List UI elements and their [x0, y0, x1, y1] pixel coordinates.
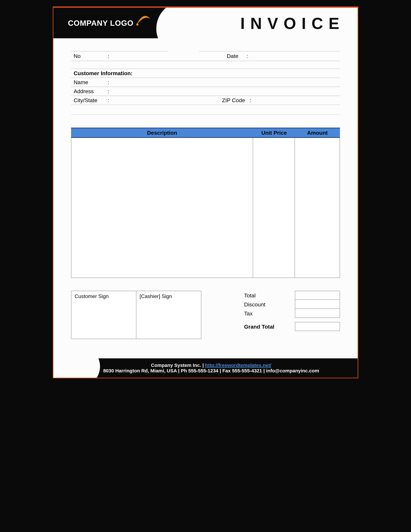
footer-line2: 8030 Harrington Rd, Miami, USA | Ph 555-…	[103, 368, 319, 373]
colon: :	[108, 53, 109, 59]
colon: :	[247, 53, 248, 59]
cashier-sign-label: [Cashier] Sign	[136, 291, 201, 339]
discount-row: Discount	[243, 300, 340, 309]
discount-value	[295, 300, 340, 309]
header: COMPANY LOGO INVOICE	[53, 8, 358, 41]
description-column	[71, 138, 253, 278]
swoosh-icon	[135, 13, 151, 28]
tax-label: Tax	[243, 309, 295, 318]
total-row: Total	[243, 291, 340, 300]
invoice-date-field: Date :	[224, 51, 340, 61]
svg-point-0	[136, 23, 138, 26]
meta-row: No : Date :	[71, 51, 340, 61]
footer-black-region: Company System Inc. | http://freewordtem…	[65, 358, 358, 378]
name-label: Name	[74, 79, 106, 86]
totals-section: Total Discount Tax Grand Total	[243, 291, 340, 339]
invoice-title: INVOICE	[240, 14, 345, 33]
footer-url: http://freewordtemplates.net/	[205, 362, 271, 368]
customer-address-row: Address :	[71, 87, 340, 96]
invoice-body: No : Date : Customer Information: Name :…	[53, 41, 358, 358]
address-label: Address	[74, 88, 106, 95]
items-header-row: Description Unit Price Amount	[71, 128, 340, 138]
company-logo: COMPANY LOGO	[68, 18, 151, 28]
items-table: Description Unit Price Amount	[71, 128, 340, 278]
signature-box: Customer Sign [Cashier] Sign	[71, 291, 201, 339]
footer: Company System Inc. | http://freewordtem…	[53, 358, 358, 378]
discount-label: Discount	[243, 300, 295, 309]
grand-total-value	[295, 322, 340, 331]
colon: :	[108, 97, 109, 104]
city-label: City/State	[74, 97, 106, 104]
invoice-no-field: No :	[71, 51, 114, 61]
zip-label: ZIP Code	[222, 97, 248, 104]
items-body	[71, 138, 340, 278]
customer-name-row: Name :	[71, 78, 340, 87]
customer-city-zip-row: City/State : ZIP Code :	[71, 96, 340, 105]
date-label: Date	[227, 53, 245, 59]
customer-info-header: Customer Information:	[71, 69, 340, 78]
tax-value	[295, 309, 340, 318]
unitprice-column	[253, 138, 295, 278]
grand-total-label: Grand Total	[243, 322, 295, 331]
invoice-page: COMPANY LOGO INVOICE No : Date :	[53, 6, 358, 378]
divider	[71, 114, 340, 115]
col-amount-header: Amount	[295, 130, 340, 136]
no-label: No	[74, 53, 106, 59]
amount-column	[295, 138, 340, 278]
footer-line1: Company System Inc. | http://freewordtem…	[151, 362, 271, 368]
colon: :	[108, 88, 109, 95]
total-label: Total	[243, 291, 295, 300]
grand-total-row: Grand Total	[243, 322, 340, 331]
footer-separator: |	[202, 362, 205, 368]
bottom-section: Customer Sign [Cashier] Sign Total Disco…	[71, 291, 340, 339]
company-logo-text: COMPANY LOGO	[68, 19, 133, 28]
tax-row: Tax	[243, 309, 340, 318]
colon: :	[250, 97, 251, 104]
total-value	[295, 291, 340, 300]
col-description-header: Description	[71, 130, 253, 136]
colon: :	[108, 79, 109, 86]
col-unitprice-header: Unit Price	[253, 130, 295, 136]
customer-sign-label: Customer Sign	[71, 291, 136, 339]
footer-company: Company System Inc.	[151, 362, 201, 368]
